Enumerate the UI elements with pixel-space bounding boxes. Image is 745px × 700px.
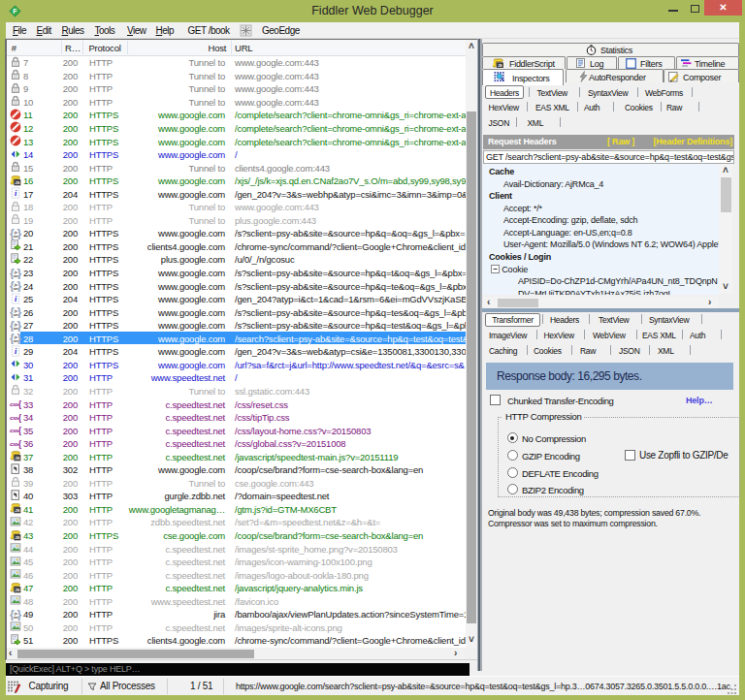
- svg-text:on: on: [14, 234, 18, 239]
- svg-text:on: on: [14, 312, 18, 317]
- svg-text:{: {: [18, 426, 22, 435]
- svg-text:JS: JS: [15, 456, 19, 461]
- svg-text:{: {: [18, 399, 22, 409]
- svg-text:JS: JS: [15, 534, 19, 539]
- svg-text:JS: JS: [498, 62, 502, 67]
- svg-text:JS: JS: [15, 180, 19, 185]
- svg-text:{: {: [18, 439, 22, 449]
- svg-text:JS: JS: [15, 588, 19, 592]
- svg-text:JS: JS: [15, 508, 19, 513]
- svg-text:on: on: [14, 286, 18, 291]
- svg-text:on: on: [14, 273, 18, 278]
- svg-text:on: on: [14, 615, 18, 620]
- svg-text:on: on: [14, 338, 18, 343]
- svg-text:on: on: [14, 326, 18, 331]
- svg-text:{: {: [18, 413, 22, 423]
